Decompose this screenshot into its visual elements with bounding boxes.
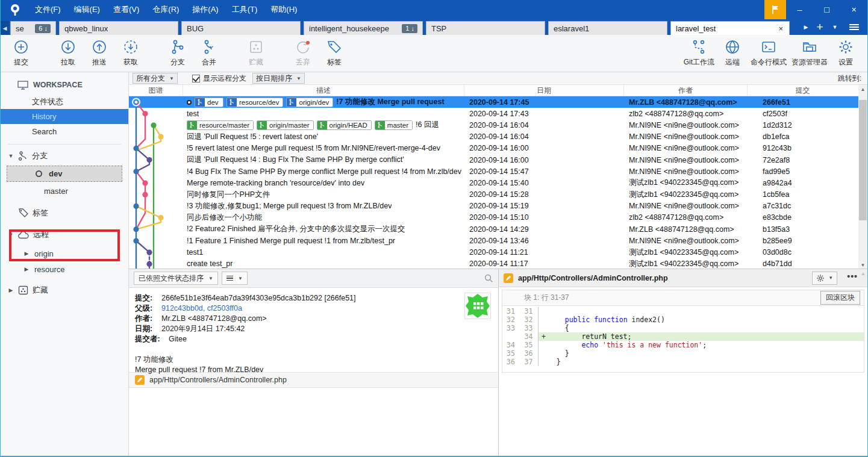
tab-scroll-left-button[interactable]: ◀ [1, 21, 9, 35]
toolbar-button-merge[interactable]: 合并 [193, 37, 225, 70]
sidebar-item-resource[interactable]: ▶ resource [1, 262, 128, 276]
dev-branch-label: dev [49, 169, 62, 178]
commit-date-cell: 2020-09-14 16:00 [464, 144, 624, 152]
search-icon[interactable] [484, 274, 493, 283]
repo-tab-TSP[interactable]: TSP [426, 21, 545, 35]
sort-order-dropdown[interactable]: 按日期排序 ▼ [252, 73, 305, 84]
tab-scroll-right-button[interactable]: ▶ [801, 24, 811, 30]
commit-description-cell: 回退 'Pull Request !4 : Bug FIx The Same P… [183, 155, 464, 165]
sidebar-section-stash[interactable]: ▶ 贮藏 [1, 282, 128, 298]
repo-tab-qbweb_linux[interactable]: qbweb_linux [59, 21, 178, 35]
view-options-dropdown[interactable]: ▼ [222, 272, 248, 285]
diff-options-button[interactable]: ▼ [812, 272, 837, 285]
toolbar-button-gear[interactable]: 设置 [830, 37, 861, 70]
toolbar-button-gitflow[interactable]: Git工作流 [681, 37, 717, 70]
toolbar-button-pull[interactable]: 拉取 [52, 37, 84, 70]
sidebar-section-tags[interactable]: 标签 [1, 205, 128, 221]
repo-tab-se[interactable]: se6 ↓ [10, 21, 56, 35]
commit-row[interactable]: create test_pr2020-09-14 11:17测试zlb1 <94… [129, 258, 867, 270]
commit-row[interactable]: !3 功能修改,修复bug1; Merge pull request !3 fr… [129, 201, 867, 212]
new-line-number: 34 [520, 332, 539, 341]
menu-item-帮[interactable]: 帮助(H) [264, 0, 304, 19]
tab-dropdown-button[interactable]: ▼ [829, 24, 841, 30]
repo-tab-eslaravel1[interactable]: eslaravel1 [548, 21, 667, 35]
new-tab-button[interactable]: + [811, 20, 829, 34]
repo-tab-BUG[interactable]: BUG [181, 21, 301, 35]
toolbar-button-branch[interactable]: 分支 [162, 37, 193, 70]
toolbar-button-terminal[interactable]: 命令行模式 [748, 37, 789, 70]
revert-hunk-button[interactable]: 回滚区块 [820, 291, 860, 305]
commit-row[interactable]: 同时修复同一个PHP文件2020-09-14 15:28测试zlb1 <9402… [129, 189, 867, 201]
sidebar-item-history[interactable]: History [1, 109, 128, 124]
commit-row[interactable]: Merge remote-tracking branch 'resource/d… [129, 177, 867, 188]
show-remote-label: 显示远程分支 [203, 73, 246, 84]
parent-commit-links[interactable]: 912c43bb0d, cf2503ff0a [161, 303, 242, 314]
commit-message-text: test1 [187, 248, 203, 256]
close-button[interactable]: × [840, 0, 867, 19]
show-remote-checkbox-wrap[interactable]: 显示远程分支 [192, 73, 246, 84]
toolbar-button-fetch[interactable]: 获取 [115, 37, 146, 70]
sidebar-item-master-branch[interactable]: master [1, 184, 128, 198]
branch-pill-origin/master[interactable]: origin/master [257, 120, 313, 130]
sidebar-item-dev-branch[interactable]: dev [7, 166, 122, 182]
scroll-up-icon[interactable]: ▲ [858, 85, 867, 94]
commit-message-block: !7 功能修改Merge pull request !7 from Mr.ZLB… [135, 355, 492, 375]
toolbar-button-explorer[interactable]: 资源管理器 [789, 37, 830, 70]
column-header-2[interactable]: 日期 [464, 85, 624, 96]
column-header-4[interactable]: 提交 [748, 85, 867, 96]
commit-row[interactable]: 同步后修改一个小功能2020-09-14 15:10zlb2 <48874712… [129, 212, 867, 223]
menu-item-工[interactable]: 工具(T) [225, 0, 264, 19]
maximize-button[interactable]: □ [813, 0, 840, 19]
scrollbar-thumb[interactable] [859, 100, 867, 220]
branch-pill-resource/master[interactable]: resource/master [187, 120, 254, 130]
main-menu-button[interactable] [841, 23, 867, 31]
branch-icon [170, 39, 186, 55]
branch-pill-master[interactable]: master [375, 120, 413, 130]
repo-tab-intelligent_housekeepe[interactable]: intelligent_housekeepe1 ↓ [304, 21, 423, 35]
menu-item-仓[interactable]: 仓库(R) [146, 0, 186, 19]
sidebar-item-file-status[interactable]: 文件状态 [1, 94, 128, 109]
sidebar-section-remotes[interactable]: ▼ 远程 [1, 227, 128, 243]
branch-filter-dropdown[interactable]: 所有分支 ▼ [133, 73, 178, 84]
diff-code: public function index2() [548, 316, 665, 324]
diff-line-sign [539, 307, 548, 316]
history-scrollbar[interactable]: ▲ ▼ [858, 85, 867, 270]
commit-row[interactable]: test2020-09-14 17:43zlb2 <488747128@qq.c… [129, 108, 867, 119]
menu-item-查[interactable]: 查看(V) [107, 0, 146, 19]
commit-row[interactable]: test12020-09-14 11:21测试zlb1 <940223345@q… [129, 246, 867, 258]
commit-row[interactable]: !4 Bug FIx The Same PHP By merge conflic… [129, 166, 867, 177]
changed-file-path: app/Http/Controllers/AdminController.php [149, 376, 287, 384]
branch-pill-dev[interactable]: dev [195, 98, 223, 107]
modified-file-icon [504, 273, 513, 283]
repo-tab-laravel_test[interactable]: laravel_test× [670, 21, 790, 35]
flag-button[interactable] [764, 0, 786, 19]
menu-item-操[interactable]: 操作(A) [186, 0, 225, 19]
tab-close-icon[interactable]: × [777, 24, 784, 33]
commit-row[interactable]: !1 Feature 1 Finished Merge pull request… [129, 235, 867, 246]
file-sort-dropdown[interactable]: 已依照文件状态排序 ▼ [134, 272, 218, 285]
sidebar-section-branches[interactable]: ▼ 分支 [1, 148, 128, 164]
toolbar-button-globe[interactable]: 远端 [717, 37, 748, 70]
menu-item-文[interactable]: 文件(F) [28, 0, 67, 19]
commit-row[interactable]: devresource/devorigin/dev!7 功能修改 Merge p… [129, 96, 867, 108]
more-options-button[interactable]: ••• [842, 272, 863, 285]
branch-pill-origin/HEAD[interactable]: origin/HEAD [317, 120, 372, 130]
toolbar-button-commit[interactable]: 提交 [5, 37, 37, 70]
commit-row[interactable]: 回退 'Pull Request !5 : revert latest one'… [129, 131, 867, 143]
commit-row[interactable]: resource/masterorigin/masterorigin/HEADm… [129, 119, 867, 131]
sidebar-item-search[interactable]: Search [1, 124, 128, 139]
column-header-1[interactable]: 描述 [183, 85, 464, 96]
commit-row[interactable]: !5 revert latest one Merge pull request … [129, 143, 867, 154]
toolbar-button-push[interactable]: 推送 [84, 37, 115, 70]
commit-row[interactable]: !2 Feature2 Finished 扁平化合并, 分支中的多次提交显示一次… [129, 223, 867, 235]
column-header-3[interactable]: 作者 [624, 85, 748, 96]
checkbox-checked-icon[interactable] [192, 75, 200, 82]
sidebar-item-origin[interactable]: ▶ origin [1, 246, 128, 261]
commit-row[interactable]: 回退 'Pull Request !4 : Bug FIx The Same P… [129, 154, 867, 166]
branch-pill-origin/dev[interactable]: origin/dev [286, 98, 333, 107]
menu-item-编[interactable]: 编辑(E) [67, 0, 107, 19]
minimize-button[interactable]: – [786, 0, 813, 19]
column-header-0[interactable]: 图谱 [129, 85, 183, 96]
toolbar-button-tag[interactable]: 标签 [319, 37, 350, 70]
branch-pill-resource/dev[interactable]: resource/dev [226, 98, 283, 107]
